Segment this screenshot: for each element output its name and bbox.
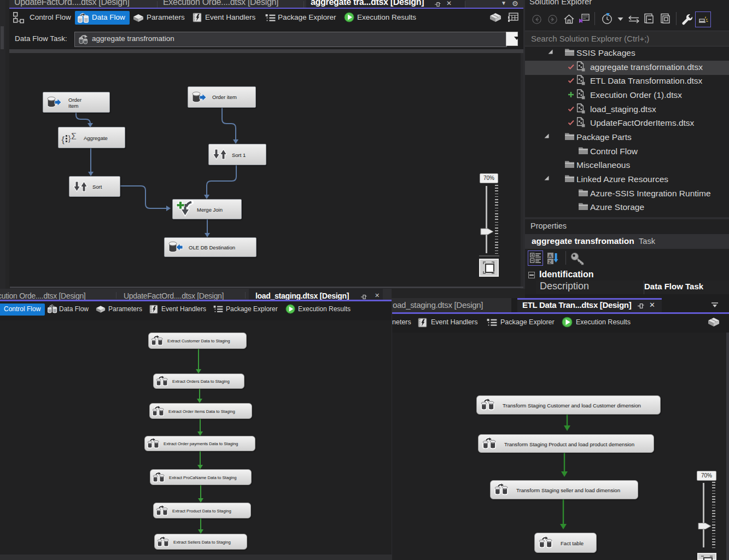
svg-text:Z: Z	[549, 259, 552, 265]
svg-text:A: A	[549, 253, 552, 259]
svg-text:{: {	[61, 135, 65, 145]
svg-text:Σ: Σ	[71, 131, 77, 142]
